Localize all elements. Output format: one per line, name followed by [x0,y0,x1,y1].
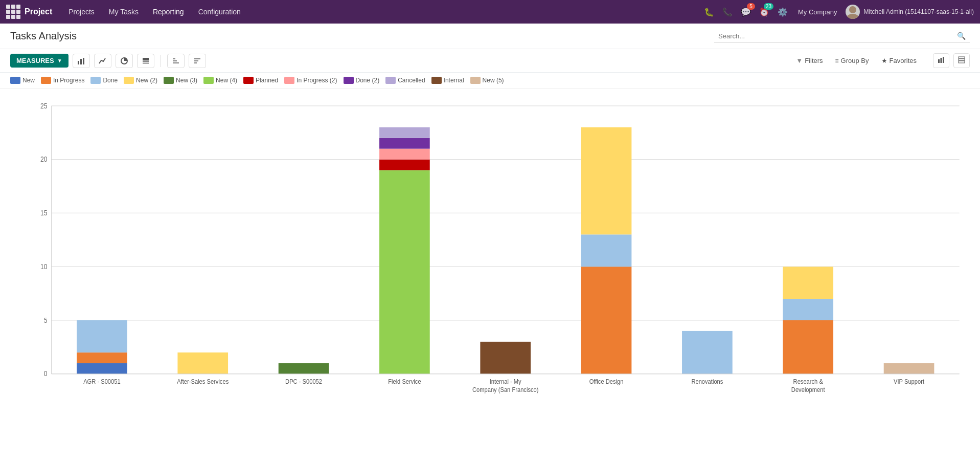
svg-rect-6 [143,58,149,60]
svg-rect-4 [83,58,84,64]
filters-button[interactable]: ▼ Filters [792,55,827,67]
legend-item-new2: New (2) [124,77,157,84]
bar-segment[interactable] [783,267,833,299]
svg-text:5: 5 [44,316,48,324]
svg-rect-8 [143,63,149,64]
svg-text:AGR - S00051: AGR - S00051 [83,378,121,385]
sort-desc-button[interactable] [189,54,206,68]
bar-segment[interactable] [581,127,632,235]
legend-item-done2: Done (2) [344,77,380,84]
toolbar-separator [161,55,161,67]
search-input[interactable] [718,32,957,40]
clock-badge: 23 [764,3,773,10]
legend-item-done: Done [90,77,118,84]
bar-segment[interactable] [379,127,430,138]
chart-area: Count 0510152025AGR - S00051After-Sales … [0,89,980,453]
chart-svg: 0510152025AGR - S00051After-Sales Servic… [26,94,970,423]
svg-text:Field Service: Field Service [388,378,421,385]
legend-item-in-progress: In Progress [41,77,84,84]
bar-chart-button[interactable] [73,54,90,68]
svg-rect-16 [941,58,942,63]
phone-icon[interactable]: 📞 [720,5,735,19]
legend-item-new: New [10,77,35,84]
favorites-button[interactable]: ★ Favorites [877,55,921,67]
bar-segment[interactable] [379,149,430,160]
group-by-button[interactable]: ≡ Group By [831,55,873,67]
bar-segment[interactable] [783,299,833,320]
nav-my-tasks[interactable]: My Tasks [103,0,145,24]
svg-text:DPC - S00052: DPC - S00052 [285,378,322,385]
table-view-button[interactable] [953,53,970,68]
svg-text:After-Sales Services: After-Sales Services [177,378,229,385]
bug-icon[interactable]: 🐛 [702,5,716,19]
bar-segment[interactable] [77,320,127,353]
bar-segment[interactable] [581,267,632,374]
company-name[interactable]: My Company [798,8,837,16]
legend-item-cancelled: Cancelled [385,77,425,84]
bar-segment[interactable] [77,363,127,374]
legend-item-new3: New (3) [164,77,197,84]
svg-point-1 [847,14,859,19]
top-navigation: Project Projects My Tasks Reporting Conf… [0,0,980,24]
svg-rect-3 [80,59,82,64]
sort-asc-button[interactable] [167,54,185,68]
apps-grid-icon[interactable] [6,5,20,19]
svg-text:Development: Development [791,386,825,394]
chat-icon[interactable]: 💬 5 [739,5,753,19]
measures-button[interactable]: MEASURES ▼ [10,54,69,68]
legend-item-in-progress2: In Progress (2) [284,77,337,84]
search-icon: 🔍 [957,32,966,40]
page-title: Tasks Analysis [10,30,714,42]
svg-text:Office Design: Office Design [589,378,624,385]
pie-chart-button[interactable] [116,54,133,68]
svg-rect-20 [959,61,965,63]
svg-rect-2 [78,61,79,64]
app-brand: Project [25,7,52,16]
nav-reporting[interactable]: Reporting [147,0,190,24]
bar-segment[interactable] [480,342,531,374]
svg-text:10: 10 [40,262,48,271]
page-header: Tasks Analysis 🔍 [0,24,980,49]
toolbar: MEASURES ▼ ▼ Filters ≡ Group By ★ Favori… [0,49,980,73]
bar-segment[interactable] [379,170,430,374]
toolbar-right: ▼ Filters ≡ Group By ★ Favorites [792,53,970,68]
chart-container: 0510152025AGR - S00051After-Sales Servic… [26,94,970,423]
svg-rect-7 [143,60,149,62]
svg-text:0: 0 [44,370,48,378]
user-avatar[interactable] [846,5,860,19]
svg-text:25: 25 [40,102,48,110]
line-chart-button[interactable] [94,54,111,68]
bar-segment[interactable] [379,160,430,170]
chart-view-button[interactable] [933,53,949,68]
chart-legend: NewIn ProgressDoneNew (2)New (3)New (4)P… [0,73,980,89]
svg-text:Renovations: Renovations [691,378,723,385]
legend-item-new5: New (5) [470,77,504,84]
nav-projects[interactable]: Projects [62,0,101,24]
settings-icon[interactable]: ⚙️ [776,5,790,19]
svg-point-0 [849,6,856,13]
svg-text:Internal - My: Internal - My [490,378,522,385]
bar-segment[interactable] [77,353,127,363]
nav-configuration[interactable]: Configuration [192,0,247,24]
bar-segment[interactable] [379,138,430,149]
user-name[interactable]: Mitchell Admin (15141107-saas-15-1-all) [864,8,974,15]
svg-rect-17 [943,57,944,63]
svg-text:20: 20 [40,155,48,163]
stacked-button[interactable] [137,54,154,68]
legend-item-planned: Planned [243,77,278,84]
bar-segment[interactable] [581,234,632,267]
svg-text:15: 15 [40,209,48,217]
clock-icon[interactable]: ⏰ 23 [757,5,771,19]
bar-segment[interactable] [279,363,329,374]
legend-item-new4: New (4) [203,77,237,84]
bar-segment[interactable] [177,353,228,374]
svg-text:Company (San Francisco): Company (San Francisco) [472,386,539,394]
bar-segment[interactable] [682,331,733,374]
svg-text:VIP Support: VIP Support [894,378,924,385]
search-bar[interactable]: 🔍 [714,30,970,42]
svg-rect-18 [959,57,965,58]
bar-segment[interactable] [783,320,833,374]
legend-item-internal: Internal [431,77,464,84]
bar-segment[interactable] [884,363,935,374]
measures-arrow: ▼ [57,58,62,63]
